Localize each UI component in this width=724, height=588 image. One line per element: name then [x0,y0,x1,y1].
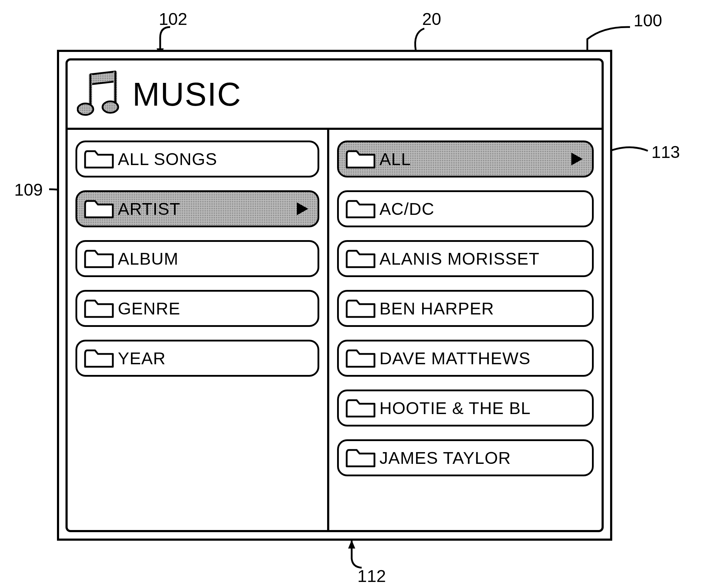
svg-marker-13 [571,153,583,165]
body: ALL SONGS ARTIST [68,130,602,530]
category-label: GENRE [118,299,180,318]
folder-icon [84,298,114,319]
folder-icon [84,248,114,269]
music-icon [77,69,123,119]
folder-icon [345,447,376,468]
category-label: ALL SONGS [118,149,217,169]
svg-point-11 [103,101,118,113]
svg-point-10 [78,104,93,115]
folder-icon [345,198,376,219]
artist-label: DAVE MATTHEWS [379,349,531,368]
artist-label: AC/DC [379,199,434,219]
folder-icon [345,397,376,419]
category-item-year[interactable]: YEAR [75,340,319,377]
artist-item[interactable]: JAMES TAYLOR [337,439,594,476]
artist-label: JAMES TAYLOR [379,448,511,468]
artist-item[interactable]: BEN HARPER [337,290,594,327]
folder-icon [345,148,376,170]
artist-label: HOOTIE & THE BL [379,398,531,418]
category-label: ALBUM [118,249,178,269]
artist-item[interactable]: ALANIS MORISSET [337,240,594,277]
category-item-artist[interactable]: ARTIST [75,190,319,227]
folder-icon [84,198,114,219]
left-pane: ALL SONGS ARTIST [68,130,329,530]
artist-item-all[interactable]: ALL [337,141,594,178]
category-item-genre[interactable]: GENRE [75,290,319,327]
artist-label: ALANIS MORISSET [379,249,540,269]
artist-label: BEN HARPER [379,299,494,318]
folder-icon [345,348,376,369]
svg-marker-3 [348,540,355,549]
category-item-all-songs[interactable]: ALL SONGS [75,141,319,178]
category-label: ARTIST [118,199,180,219]
callout-20: 20 [402,11,473,54]
callout-113: 113 [602,132,694,174]
chevron-right-icon [296,202,309,216]
folder-icon [84,348,114,369]
artist-item[interactable]: DAVE MATTHEWS [337,340,594,377]
category-label: YEAR [118,349,166,368]
artist-item[interactable]: HOOTIE & THE BL [337,390,594,427]
artist-item[interactable]: AC/DC [337,190,594,227]
folder-icon [345,298,376,319]
device-frame: MUSIC ALL SONGS ARTIST [57,50,612,541]
header: MUSIC [68,60,602,130]
category-item-album[interactable]: ALBUM [75,240,319,277]
right-pane: ALL AC/DC [329,130,602,530]
artist-label: ALL [379,149,411,169]
chevron-right-icon [571,152,583,166]
folder-icon [84,148,114,170]
callout-112: 112 [331,537,409,587]
page-title: MUSIC [132,78,241,111]
svg-marker-12 [297,202,308,215]
screen: MUSIC ALL SONGS ARTIST [65,58,604,532]
folder-icon [345,248,376,269]
